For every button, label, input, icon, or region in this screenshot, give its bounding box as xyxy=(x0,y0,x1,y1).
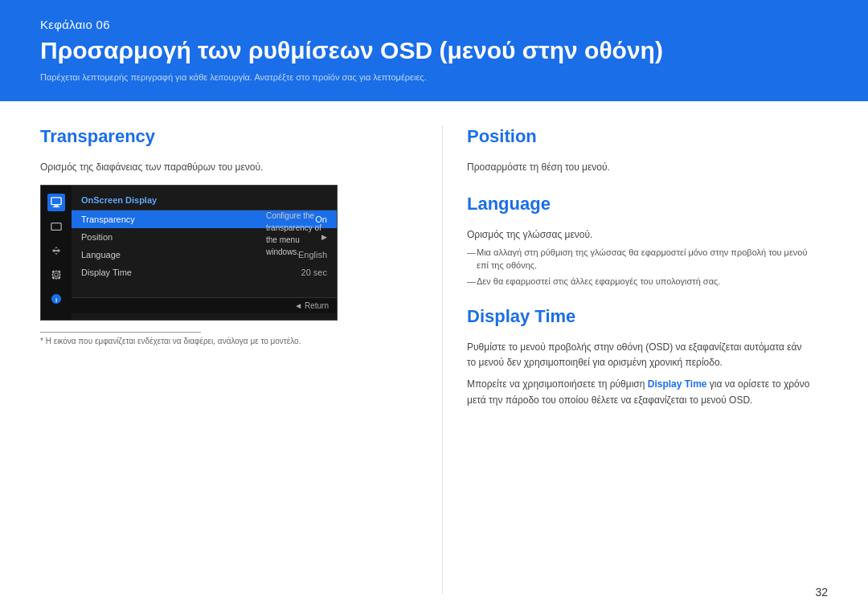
svg-marker-4 xyxy=(52,247,61,255)
osd-item-display-time: Display Time 20 sec xyxy=(72,264,337,281)
right-column: Position Προσαρμόστε τη θέση του μενού. … xyxy=(442,125,812,594)
osd-item-name: Display Time xyxy=(81,268,132,277)
position-desc: Προσαρμόστε τη θέση του μενού. xyxy=(467,160,812,175)
display-time-section: Display Time Ρυθμίστε το μενού προβολής … xyxy=(467,305,812,407)
svg-text:i: i xyxy=(55,296,57,304)
chapter-label: Κεφάλαιο 06 xyxy=(40,18,828,31)
osd-move-icon xyxy=(47,242,65,260)
osd-item-name: Language xyxy=(81,250,121,260)
position-section: Position Προσαρμόστε τη θέση του μενού. xyxy=(467,125,812,175)
language-note2: Δεν θα εφαρμοστεί στις άλλες εφαρμογές τ… xyxy=(467,275,812,288)
footnote-divider xyxy=(40,332,201,333)
left-column: Transparency Ορισμός της διαφάνειας των … xyxy=(40,125,410,594)
header-banner: Κεφάλαιο 06 Προσαρμογή των ρυθμίσεων OSD… xyxy=(0,0,868,101)
osd-sidebar: i xyxy=(41,186,72,320)
osd-aspect-icon xyxy=(47,218,65,235)
svg-rect-1 xyxy=(54,206,58,207)
footnote-text: * Η εικόνα που εμφανίζεται ενδέχεται να … xyxy=(40,336,410,347)
osd-item-value: 20 sec xyxy=(301,268,327,277)
main-content: Transparency Ορισμός της διαφάνειας των … xyxy=(0,101,868,610)
svg-rect-3 xyxy=(51,223,61,231)
osd-info-icon: i xyxy=(47,290,65,308)
position-title: Position xyxy=(467,125,812,149)
language-title: Language xyxy=(467,193,812,216)
osd-item-name: Position xyxy=(81,232,113,242)
display-time-desc2: Μπορείτε να χρησιμοποιήσετε τη ρύθμιση D… xyxy=(467,377,812,407)
page-number: 32 xyxy=(815,586,828,599)
transparency-title: Transparency xyxy=(40,125,410,149)
transparency-desc: Ορισμός της διαφάνειας των παραθύρων του… xyxy=(40,160,410,175)
osd-settings-icon xyxy=(47,266,65,284)
osd-monitor-icon xyxy=(47,194,65,211)
footnote-marker: * xyxy=(40,337,46,345)
osd-mockup: i OnScreen Display Transparency On Posit… xyxy=(40,185,338,321)
language-note1: Μια αλλαγή στη ρύθμιση της γλώσσας θα εφ… xyxy=(467,246,812,272)
osd-item-name: Transparency xyxy=(81,215,135,224)
language-desc: Ορισμός της γλώσσας μενού. xyxy=(467,227,812,243)
display-time-desc1: Ρυθμίστε το μενού προβολής στην οθόνη (O… xyxy=(467,340,812,370)
svg-rect-2 xyxy=(53,206,60,207)
header-subtitle: Παρέχεται λεπτομερής περιγραφή για κάθε … xyxy=(40,72,828,84)
language-section: Language Ορισμός της γλώσσας μενού. Μια … xyxy=(467,193,812,288)
osd-callout: Configure the transparency of the menu w… xyxy=(266,210,330,258)
display-time-highlight: Display Time xyxy=(648,378,707,390)
svg-rect-0 xyxy=(51,198,61,205)
osd-return-bar: ◄ Return xyxy=(72,297,337,313)
osd-header-label: OnScreen Display xyxy=(72,192,337,210)
display-time-desc2-prefix: Μπορείτε να χρησιμοποιήσετε τη ρύθμιση xyxy=(467,378,648,390)
page-title: Προσαρμογή των ρυθμίσεων OSD (μενού στην… xyxy=(40,36,828,65)
display-time-title: Display Time xyxy=(467,305,812,329)
